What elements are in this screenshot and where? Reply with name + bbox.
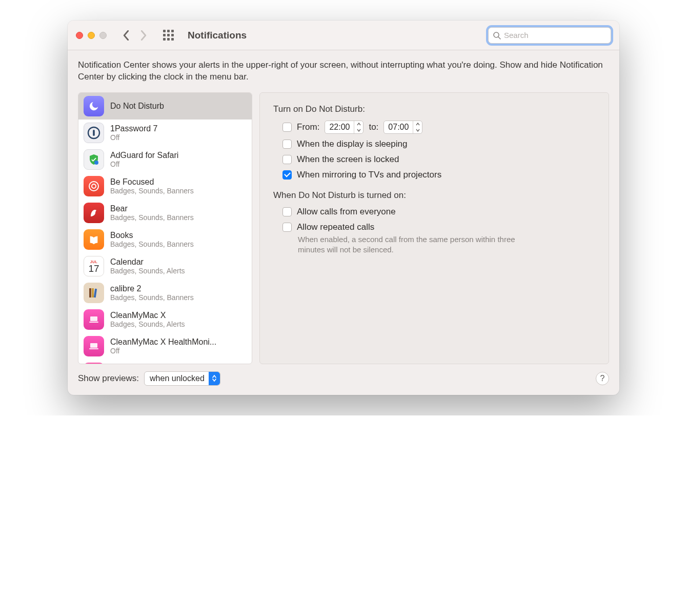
app-icon: JUL 17 [84,256,104,276]
sidebar-item-label: CleanMyMac X HealthMoni... [110,337,216,347]
preferences-window: Notifications Notification Center shows … [68,21,619,395]
help-icon: ? [600,374,605,383]
svg-rect-3 [93,130,95,136]
sidebar-item-subtitle: Badges, Sounds, Alerts [110,267,185,275]
svg-rect-12 [90,343,97,348]
from-label: From: [297,122,319,132]
search-field[interactable] [488,27,611,44]
allow-repeated-label: Allow repeated calls [297,222,374,232]
mirroring-checkbox[interactable] [282,170,292,180]
sidebar-item-bear[interactable]: Bear Badges, Sounds, Banners [78,200,252,226]
allow-repeated-checkbox[interactable] [282,223,292,232]
sidebar-item-label: CleanMyMac X [110,310,185,320]
footer: Show previews: when unlocked ? [78,364,609,386]
sidebar-item-cleanmymac[interactable]: CleanMyMac X Badges, Sounds, Alerts [78,306,252,333]
app-icon [84,123,104,143]
screen-locked-checkbox[interactable] [282,155,292,164]
svg-rect-7 [89,288,91,297]
to-stepper[interactable] [413,121,422,133]
sidebar-item-1password[interactable]: 1Password 7 Off [78,120,252,146]
display-sleeping-row: When the display is sleeping [282,139,595,149]
sidebar-item-label: Books [110,230,194,240]
allow-repeated-row: Allow repeated calls [282,222,595,232]
from-to-row: From: 22:00 to: 07:00 [282,121,595,134]
sidebar-item-do-not-disturb[interactable]: Do Not Disturb [78,93,252,120]
sidebar-item-label: calibre 2 [110,284,194,293]
sidebar-item-subtitle: Badges, Sounds, Banners [110,293,194,302]
search-icon [493,31,501,39]
sidebar-item-be-focused[interactable]: Be Focused Badges, Sounds, Banners [78,173,252,200]
show-previews-label: Show previews: [78,373,139,384]
turned-on-label: When Do Not Disturb is turned on: [273,190,595,201]
chevron-up-icon[interactable] [354,121,363,127]
svg-rect-10 [90,316,97,321]
content: Notification Center shows your alerts in… [68,50,619,395]
svg-point-5 [89,182,98,191]
turn-on-label: Turn on Do Not Disturb: [273,104,595,114]
back-icon[interactable] [122,30,130,41]
sidebar-item-label: AdGuard for Safari [110,150,178,160]
app-icon [84,283,104,303]
from-time-field[interactable]: 22:00 [325,121,363,134]
sidebar-item-label: Bear [110,204,194,213]
svg-rect-9 [94,289,97,297]
to-time-value: 07:00 [384,123,413,132]
sidebar-item-calendar[interactable]: JUL 17 Calendar Badges, Sounds, Alerts [78,253,252,280]
sidebar-item-books[interactable]: Books Badges, Sounds, Banners [78,226,252,253]
chevron-down-icon[interactable] [354,127,363,133]
sidebar-item-label: Be Focused [110,177,194,187]
mirroring-label: When mirroring to TVs and projectors [297,170,441,180]
screen-locked-row: When the screen is locked [282,154,595,165]
sidebar-item-adguard[interactable]: AdGuard for Safari Off [78,146,252,173]
repeated-calls-hint: When enabled, a second call from the sam… [298,234,523,255]
detail-panel: Turn on Do Not Disturb: From: 22:00 to: … [259,92,609,364]
svg-point-6 [92,184,96,188]
app-icon [84,363,104,364]
sidebar-item-label: Do Not Disturb [110,101,164,111]
app-icon [84,203,104,223]
app-icon [84,176,104,196]
screen-locked-label: When the screen is locked [297,154,399,165]
sidebar-item-subtitle: Off [110,347,216,355]
forward-icon[interactable] [139,30,148,41]
help-button[interactable]: ? [596,372,609,385]
to-time-field[interactable]: 07:00 [383,121,422,134]
sidebar-item-calibre[interactable]: calibre 2 Badges, Sounds, Banners [78,280,252,306]
chevron-up-icon[interactable] [413,121,422,127]
chevron-down-icon[interactable] [413,127,422,133]
sidebar-item-clearvpn[interactable]: ClearVPN [78,360,252,364]
svg-point-4 [94,161,98,165]
mirroring-row: When mirroring to TVs and projectors [282,170,595,180]
minimize-window-button[interactable] [88,32,95,39]
app-list[interactable]: Do Not Disturb 1Password 7 Off [78,92,252,364]
app-icon [84,309,104,330]
sidebar-item-label: 1Password 7 [110,124,158,133]
window-title: Notifications [188,30,247,41]
display-sleeping-checkbox[interactable] [282,140,292,149]
display-sleeping-label: When the display is sleeping [297,139,407,149]
show-previews-value: when unlocked [150,374,209,383]
close-window-button[interactable] [76,32,83,39]
zoom-window-button[interactable] [99,32,107,39]
show-previews-select[interactable]: when unlocked [144,371,220,386]
sidebar-item-subtitle: Badges, Sounds, Banners [110,240,194,249]
from-stepper[interactable] [354,121,363,133]
svg-line-1 [498,37,500,39]
titlebar: Notifications [68,21,619,50]
from-checkbox[interactable] [282,123,292,132]
show-all-icon[interactable] [163,30,174,41]
from-time-value: 22:00 [325,123,354,132]
allow-everyone-row: Allow calls from everyone [282,207,595,217]
cal-day: 17 [88,264,99,273]
sidebar-item-subtitle: Off [110,160,178,169]
sidebar-item-cleanmymac-health[interactable]: CleanMyMac X HealthMoni... Off [78,333,252,360]
search-input[interactable] [504,31,607,39]
svg-rect-11 [89,322,98,323]
select-chevrons-icon [209,372,220,385]
svg-rect-13 [89,348,98,349]
description-text: Notification Center shows your alerts in… [78,59,609,83]
app-icon [84,149,104,170]
sidebar-item-label: ClearVPN [110,363,147,364]
allow-everyone-label: Allow calls from everyone [297,207,396,217]
allow-everyone-checkbox[interactable] [282,207,292,216]
